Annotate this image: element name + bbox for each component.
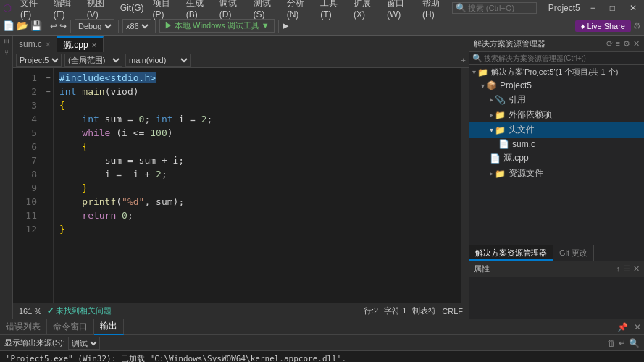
output-wrap-icon[interactable]: ↵ — [619, 338, 626, 348]
breadcrumb-add[interactable]: + — [461, 56, 466, 64]
menu-tools[interactable]: 工具(T) — [316, 0, 349, 21]
panel-close-icon[interactable]: ✕ — [633, 39, 640, 49]
menu-help[interactable]: 帮助(H) — [418, 0, 452, 21]
live-share-button[interactable]: ♦ Live Share — [575, 20, 631, 32]
sidebar-icon-git[interactable]: ⑂ — [4, 49, 9, 56]
toolbar-end[interactable]: ⚙ — [633, 21, 641, 31]
code-line-12: } — [59, 222, 456, 236]
sidebar-icon-explorer[interactable]: ≡ — [1, 39, 12, 44]
tree-item-external-deps[interactable]: ▸ 📁 外部依赖项 — [469, 107, 644, 122]
col-indicator: 字符:1 — [384, 306, 406, 316]
code-line-6: { — [59, 140, 456, 153]
tree-item-source-cpp[interactable]: 📄 源.cpp — [469, 151, 644, 166]
prop-sort-icon[interactable]: ↕ — [616, 264, 621, 274]
search-icon: 🔍 — [456, 3, 467, 13]
source-cpp-label: 源.cpp — [503, 152, 529, 164]
minimize-button[interactable]: − — [586, 3, 600, 13]
tree-item-project[interactable]: ▾ 📦 Project5 — [469, 79, 644, 92]
external-deps-label: 外部依赖项 — [509, 109, 552, 121]
output-clear-icon[interactable]: 🗑 — [607, 338, 616, 348]
toolbar-more[interactable]: ▶ — [283, 21, 288, 30]
menu-debug[interactable]: 调试(D) — [215, 0, 249, 21]
code-line-5: while (i <= 100) — [59, 126, 456, 140]
solution-explorer-title: 解决方案资源管理器 — [474, 38, 545, 49]
output-source-select[interactable]: 调试 — [68, 337, 100, 350]
run-button[interactable]: ▶ 本地 Windows 调试工具 ▼ — [159, 19, 275, 33]
toolbar-new[interactable]: 📄 — [3, 20, 14, 31]
vertical-scrollbar[interactable] — [461, 68, 469, 303]
tree-item-resource[interactable]: ▸ 📁 资源文件 — [469, 166, 644, 181]
tree-item-solution[interactable]: ▾ 📁 解决方案'Project5'(1 个项目/共 1 个) — [469, 65, 644, 79]
code-line-7: sum = sum + i; — [59, 153, 456, 167]
line-numbers: 1 2 3 4 5 6 7 8 9 10 11 12 — [13, 68, 43, 303]
prop-list-icon[interactable]: ☰ — [623, 264, 630, 274]
close-button[interactable]: ✕ — [625, 3, 641, 13]
tree-item-sum-c[interactable]: 📄 sum.c — [469, 138, 644, 151]
function-select[interactable]: main(viod) — [125, 54, 191, 67]
app-icon: ⬡ — [3, 2, 12, 14]
output-tab-command[interactable]: 命令窗口 — [47, 319, 94, 334]
tab-source-cpp-label: 源.cpp — [63, 39, 88, 51]
menu-view[interactable]: 视图(V) — [83, 0, 116, 21]
output-panel-pin[interactable]: 📌 — [614, 322, 631, 332]
panel-tab-git[interactable]: Git 更改 — [553, 245, 594, 261]
panel-tab-solution-explorer[interactable]: 解决方案资源管理器 — [469, 245, 553, 261]
panel-settings-icon[interactable]: ⚙ — [623, 39, 630, 49]
tree-item-headers[interactable]: ▾ 📁 头文件 — [469, 122, 644, 138]
output-tab-output[interactable]: 输出 — [94, 319, 124, 335]
right-panel: 解决方案资源管理器 ⟳ ≡ ⚙ ✕ 🔍 ▾ 📁 解决方案'Project5'(1… — [469, 36, 644, 319]
row-indicator: 行:2 — [364, 306, 378, 316]
debug-config-select[interactable]: Debug — [75, 19, 114, 33]
output-tab-errors[interactable]: 错误列表 — [0, 319, 47, 334]
scope-select[interactable]: (全局范围) — [64, 54, 122, 67]
project-label: Project5 — [500, 80, 532, 90]
code-line-11: return 0; — [59, 209, 456, 222]
tab-sum-c-label: sum.c — [19, 39, 42, 49]
code-line-8: i = i + 2; — [59, 167, 456, 181]
code-line-4: int sum = 0; int i = 2; — [59, 112, 456, 126]
window-title: Project5 — [548, 3, 580, 13]
menu-file[interactable]: 文件(F) — [16, 0, 49, 21]
menu-extensions[interactable]: 扩展(X) — [349, 0, 382, 21]
maximize-button[interactable]: □ — [606, 3, 619, 13]
output-panel-close[interactable]: ✕ — [631, 322, 644, 332]
properties-title: 属性 — [474, 264, 490, 274]
sync-icon[interactable]: ⟳ — [606, 39, 613, 49]
tab-sum-c-close[interactable]: ✕ — [45, 41, 51, 49]
tab-sum-c[interactable]: sum.c ✕ — [13, 36, 57, 52]
code-line-1: #include<stdio.h> — [59, 71, 456, 85]
platform-select[interactable]: x86 — [122, 19, 151, 33]
headers-label: 头文件 — [509, 124, 535, 136]
references-label: 引用 — [509, 93, 526, 106]
toolbar-open[interactable]: 📂 — [17, 20, 28, 31]
output-content[interactable]: "Project5.exe" (Win32): 已加载 "C:\Windows\… — [0, 351, 644, 362]
code-content[interactable]: #include<stdio.h> int main(viod) { int s… — [54, 68, 461, 303]
menu-edit[interactable]: 编辑(E) — [49, 0, 83, 21]
menu-project[interactable]: 项目(P) — [149, 0, 182, 21]
global-search-input[interactable] — [468, 4, 533, 12]
project-select[interactable]: Project5 — [16, 54, 62, 67]
code-line-10: printf("%d", sum); — [59, 195, 456, 209]
menu-build[interactable]: 生成(B) — [182, 0, 215, 21]
prop-close-icon[interactable]: ✕ — [633, 264, 640, 274]
output-source-label: 显示输出来源(S): — [4, 337, 65, 348]
solution-search-input[interactable] — [484, 54, 641, 62]
toolbar-redo[interactable]: ↪ — [59, 21, 67, 31]
tree-item-references[interactable]: ▸ 📎 引用 — [469, 92, 644, 107]
filter-icon[interactable]: ≡ — [616, 39, 620, 49]
code-line-2: int main(viod) — [59, 85, 456, 98]
menu-test[interactable]: 测试(S) — [249, 0, 283, 21]
tab-source-cpp[interactable]: 源.cpp ✕ — [57, 36, 104, 52]
zoom-level[interactable]: 161 % — [19, 307, 41, 316]
tab-source-cpp-close[interactable]: ✕ — [91, 41, 97, 49]
sum-c-label: sum.c — [512, 139, 535, 149]
output-find-icon[interactable]: 🔍 — [629, 338, 640, 348]
toolbar-save[interactable]: 💾 — [30, 20, 42, 31]
menu-analyze[interactable]: 分析(N) — [283, 0, 317, 21]
toolbar-undo[interactable]: ↩ — [50, 21, 57, 31]
menu-git[interactable]: Git(G) — [116, 1, 149, 14]
menu-window[interactable]: 窗口(W) — [382, 0, 418, 21]
code-line-3: { — [59, 98, 456, 112]
format-indicator: 制表符 — [412, 306, 436, 316]
output-line-1: "Project5.exe" (Win32): 已加载 "C:\Windows\… — [6, 353, 638, 362]
